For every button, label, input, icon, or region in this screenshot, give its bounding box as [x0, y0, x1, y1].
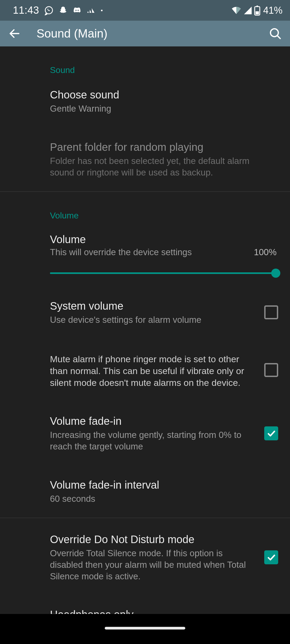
discord-icon [73, 6, 82, 15]
app-bar: Sound (Main) [0, 21, 290, 46]
status-time: 11:43 [13, 5, 39, 16]
adidas-icon [86, 6, 96, 15]
choose-sound-title: Choose sound [50, 88, 273, 101]
svg-line-7 [277, 35, 280, 38]
search-button[interactable] [266, 27, 282, 40]
status-bar: 11:43 [0, 0, 290, 21]
whatsapp-icon [44, 6, 54, 15]
system-volume-item[interactable]: System volume Use device's settings for … [0, 286, 290, 339]
nav-bar [0, 614, 290, 644]
volume-slider-thumb[interactable] [271, 269, 280, 278]
override-dnd-title: Override Do Not Disturb mode [50, 533, 258, 546]
mute-ringer-item[interactable]: Mute alarm if phone ringer mode is set t… [0, 339, 290, 402]
fade-in-interval-title: Volume fade-in interval [50, 478, 273, 492]
system-volume-checkbox[interactable] [264, 305, 278, 319]
wifi-icon [231, 6, 242, 15]
system-volume-title: System volume [50, 299, 258, 313]
volume-desc: This will override the device settings [50, 247, 192, 257]
parent-folder-desc: Folder has not been selected yet, the de… [50, 155, 273, 178]
svg-rect-4 [256, 11, 259, 14]
volume-slider[interactable] [50, 272, 277, 274]
override-dnd-item[interactable]: Override Do Not Disturb mode Override To… [0, 518, 290, 595]
fade-in-checkbox[interactable] [264, 426, 278, 440]
fade-in-interval-item[interactable]: Volume fade-in interval 60 seconds [0, 465, 290, 518]
fade-in-interval-value: 60 seconds [50, 493, 273, 505]
fade-in-title: Volume fade-in [50, 414, 258, 428]
choose-sound-item[interactable]: Choose sound Gentle Warning [0, 75, 290, 127]
back-button[interactable] [8, 27, 24, 40]
dot-icon [100, 9, 103, 12]
section-header-volume: Volume [0, 192, 290, 221]
parent-folder-item: Parent folder for random playing Folder … [0, 127, 290, 191]
volume-percent: 100% [254, 247, 277, 257]
fade-in-desc: Increasing the volume gently, starting f… [50, 429, 258, 452]
section-header-sound: Sound [0, 46, 290, 75]
settings-list[interactable]: Sound Choose sound Gentle Warning Parent… [0, 46, 290, 614]
battery-icon [254, 5, 260, 16]
override-dnd-desc: Override Total Silence mode. If this opt… [50, 548, 258, 582]
svg-point-1 [101, 10, 103, 11]
cellular-icon [243, 6, 252, 15]
choose-sound-value: Gentle Warning [50, 103, 273, 115]
battery-percent: 41% [263, 5, 282, 16]
volume-item[interactable]: Volume This will override the device set… [0, 221, 290, 286]
page-title: Sound (Main) [37, 27, 266, 40]
headphones-only-item[interactable]: Headphones only [0, 595, 290, 614]
mute-ringer-checkbox[interactable] [264, 363, 278, 377]
headphones-only-title: Headphones only [50, 608, 273, 614]
svg-point-0 [45, 6, 52, 14]
svg-rect-3 [256, 5, 258, 7]
override-dnd-checkbox[interactable] [264, 550, 278, 564]
mute-ringer-desc: Mute alarm if phone ringer mode is set t… [50, 353, 258, 389]
parent-folder-title: Parent folder for random playing [50, 140, 273, 154]
volume-title: Volume [50, 233, 277, 246]
nav-handle[interactable] [105, 627, 185, 630]
snapchat-icon [59, 6, 68, 15]
system-volume-desc: Use device's settings for alarm volume [50, 314, 258, 326]
fade-in-item[interactable]: Volume fade-in Increasing the volume gen… [0, 401, 290, 465]
